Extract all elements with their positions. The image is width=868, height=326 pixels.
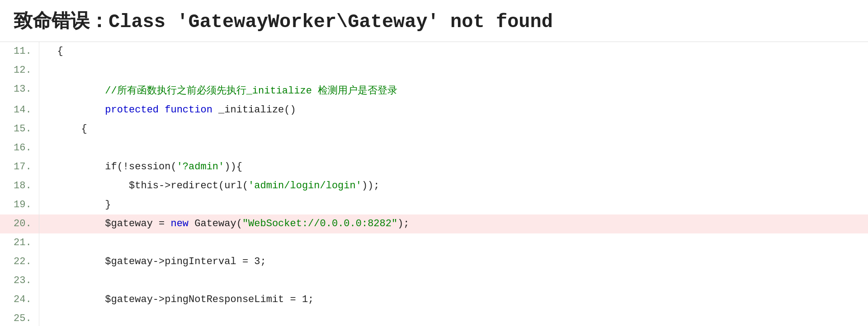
line-number: 25. bbox=[0, 309, 39, 326]
code-line: 22. $gateway->pingInterval = 3; bbox=[0, 252, 868, 271]
line-content bbox=[39, 309, 868, 326]
line-number: 22. bbox=[0, 252, 39, 271]
code-line: 19. } bbox=[0, 196, 868, 214]
error-title-code: Class 'GatewayWorker\Gateway' not found bbox=[108, 11, 553, 33]
line-number: 16. bbox=[0, 139, 39, 158]
line-content bbox=[39, 61, 868, 80]
line-content bbox=[39, 271, 868, 290]
code-line: 24. $gateway->pingNotResponseLimit = 1; bbox=[0, 290, 868, 309]
code-line: 23. bbox=[0, 271, 868, 290]
line-content: if(!session('?admin')){ bbox=[39, 158, 868, 177]
code-line: 11.{ bbox=[0, 42, 868, 61]
line-content: //所有函数执行之前必须先执行_initialize 检测用户是否登录 bbox=[39, 80, 868, 101]
code-block: 11.{12. 13. //所有函数执行之前必须先执行_initialize 检… bbox=[0, 42, 868, 326]
code-line: 17. if(!session('?admin')){ bbox=[0, 158, 868, 177]
line-number: 24. bbox=[0, 290, 39, 309]
code-line: 20. $gateway = new Gateway("WebSocket://… bbox=[0, 214, 868, 233]
line-content: } bbox=[39, 196, 868, 214]
line-content: $this->redirect(url('admin/login/login')… bbox=[39, 177, 868, 196]
line-number: 21. bbox=[0, 233, 39, 252]
line-content: { bbox=[39, 42, 868, 61]
line-content: $gateway = new Gateway("WebSocket://0.0.… bbox=[39, 214, 868, 233]
code-line: 14. protected function _initialize() bbox=[0, 101, 868, 120]
error-title-cn: 致命错误： bbox=[14, 10, 108, 31]
code-line: 13. //所有函数执行之前必须先执行_initialize 检测用户是否登录 bbox=[0, 80, 868, 101]
line-number: 18. bbox=[0, 177, 39, 196]
code-line: 25. bbox=[0, 309, 868, 326]
code-line: 12. bbox=[0, 61, 868, 80]
line-number: 15. bbox=[0, 120, 39, 139]
line-number: 12. bbox=[0, 61, 39, 80]
line-content: $gateway->pingInterval = 3; bbox=[39, 252, 868, 271]
line-number: 14. bbox=[0, 101, 39, 120]
error-header: 致命错误：Class 'GatewayWorker\Gateway' not f… bbox=[0, 0, 868, 42]
code-line: 15. { bbox=[0, 120, 868, 139]
line-number: 11. bbox=[0, 42, 39, 61]
line-content: protected function _initialize() bbox=[39, 101, 868, 120]
line-content: $gateway->pingNotResponseLimit = 1; bbox=[39, 290, 868, 309]
line-number: 23. bbox=[0, 271, 39, 290]
line-content: { bbox=[39, 120, 868, 139]
line-number: 20. bbox=[0, 214, 39, 233]
code-line: 16. bbox=[0, 139, 868, 158]
error-title: 致命错误：Class 'GatewayWorker\Gateway' not f… bbox=[14, 8, 854, 33]
line-content bbox=[39, 139, 868, 158]
line-number: 17. bbox=[0, 158, 39, 177]
line-content bbox=[39, 233, 868, 252]
line-number: 19. bbox=[0, 196, 39, 214]
line-number: 13. bbox=[0, 80, 39, 101]
code-line: 18. $this->redirect(url('admin/login/log… bbox=[0, 177, 868, 196]
code-line: 21. bbox=[0, 233, 868, 252]
